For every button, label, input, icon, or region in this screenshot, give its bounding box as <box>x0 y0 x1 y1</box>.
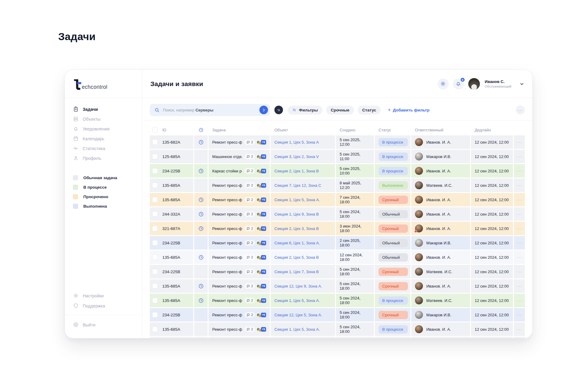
sidebar-item-settings[interactable]: Настройки <box>73 293 134 299</box>
column-header-deadline[interactable]: Дедлайн <box>471 128 513 132</box>
row-more-button[interactable]: ··· <box>514 135 525 149</box>
row-more-button[interactable]: ··· <box>514 222 525 235</box>
object-link[interactable]: Секция 1, Цех 5, Зона A. <box>271 294 335 307</box>
table-row[interactable]: 125-685A Машинное отделен… 2 +5 <box>150 150 525 163</box>
settings-button[interactable] <box>438 78 449 89</box>
row-checkbox[interactable] <box>152 139 158 145</box>
row-more-button[interactable]: ··· <box>514 236 525 250</box>
comments-badge[interactable]: 2 <box>244 154 255 159</box>
row-checkbox[interactable] <box>152 283 158 289</box>
assignees-stack[interactable]: +5 <box>257 284 266 289</box>
assignees-stack[interactable]: +5 <box>257 140 266 145</box>
table-row[interactable]: 135-685A Ремонт пресс-форм… 2 +5 <box>150 294 525 307</box>
user-avatar[interactable] <box>468 78 480 90</box>
object-link[interactable]: Секция 1, Цех 9, Зона B <box>271 207 335 221</box>
comments-badge[interactable]: 2 <box>244 283 255 289</box>
comments-badge[interactable]: 2 <box>244 254 255 260</box>
row-checkbox[interactable] <box>152 154 158 159</box>
object-link[interactable]: Секция 2, Цех 5, Зона B <box>271 251 335 264</box>
row-more-button[interactable]: ··· <box>514 294 525 307</box>
sidebar-item-calendar[interactable]: Календарь <box>73 136 134 141</box>
filter-chip[interactable]: Статус <box>358 106 381 115</box>
notifications-button[interactable]: 0 <box>453 78 464 89</box>
table-row[interactable]: 135-685A Ремонт пресс-форм… 2 +5 <box>150 279 525 293</box>
sidebar-item-profile[interactable]: Профиль <box>73 155 134 161</box>
sort-button[interactable] <box>274 106 283 114</box>
comments-badge[interactable]: 2 <box>244 183 255 188</box>
row-more-button[interactable]: ··· <box>514 322 525 336</box>
filter-chip[interactable]: Срочные <box>326 106 354 115</box>
assignees-stack[interactable]: +5 <box>257 240 266 246</box>
column-header-created[interactable]: Создано <box>336 128 374 132</box>
object-link[interactable]: Секция 2, Цех 1, Зона B <box>271 164 335 178</box>
object-link[interactable]: Секция 7, Цех 12, Зона C <box>271 179 335 192</box>
assignees-stack[interactable]: +5 <box>257 298 266 303</box>
table-row[interactable]: 234-225B Каркас стойки рефр… 2 +5 <box>150 164 525 178</box>
row-checkbox[interactable] <box>152 211 158 217</box>
assignees-stack[interactable]: +5 <box>257 312 266 318</box>
assignees-stack[interactable]: +5 <box>257 154 266 159</box>
table-row[interactable]: 234-225B Ремонт пресс-форм… 2 +5 <box>150 265 525 278</box>
column-header-object[interactable]: Объект <box>271 128 335 132</box>
row-checkbox[interactable] <box>152 269 158 274</box>
table-row[interactable]: 321-687A Ремонт пресс-форм… 2 +5 <box>150 222 525 235</box>
row-more-button[interactable]: ··· <box>514 308 525 322</box>
select-all-checkbox[interactable] <box>152 127 158 133</box>
sidebar-item-objects[interactable]: Объекты <box>73 116 134 122</box>
comments-badge[interactable]: 2 <box>244 240 255 246</box>
row-checkbox[interactable] <box>152 168 158 174</box>
row-more-button[interactable]: ··· <box>514 207 525 221</box>
comments-badge[interactable]: 2 <box>244 168 255 174</box>
assignees-stack[interactable]: +5 <box>257 226 266 231</box>
comments-badge[interactable]: 2 <box>244 269 255 274</box>
column-header-task[interactable]: Задача <box>209 128 270 132</box>
table-row[interactable]: 135-682A Ремонт пресс-форм… 2 +5 <box>150 135 525 149</box>
table-row[interactable]: 234-225B Ремонт пресс-форм… 2 +5 <box>150 236 525 250</box>
row-checkbox[interactable] <box>152 240 158 246</box>
search-input[interactable]: Поиск, например Серверы <box>150 104 270 116</box>
object-link[interactable]: Секция 6, Цех 1, Зона A. <box>271 236 335 250</box>
add-filter-button[interactable]: + Добавить фильтр <box>388 107 429 112</box>
row-more-button[interactable]: ··· <box>514 164 525 178</box>
object-link[interactable]: Секция 2, Цех 3, Зона B <box>271 222 335 235</box>
row-checkbox[interactable] <box>152 298 158 303</box>
assignees-stack[interactable]: +5 <box>257 255 266 260</box>
table-row[interactable]: 135-685A Ремонт пресс-форм… 2 +5 <box>150 251 525 264</box>
assignees-stack[interactable]: +5 <box>257 168 266 174</box>
comments-badge[interactable]: 2 <box>244 139 255 145</box>
sidebar-item-statistics[interactable]: Статистика <box>73 145 134 151</box>
comments-badge[interactable]: 2 <box>244 312 255 318</box>
column-header-id[interactable]: ID <box>162 128 166 132</box>
assignees-stack[interactable]: +5 <box>257 212 266 217</box>
column-header-responsible[interactable]: Ответственный <box>411 128 470 132</box>
row-checkbox[interactable] <box>152 312 158 318</box>
row-more-button[interactable]: ··· <box>514 279 525 293</box>
row-more-button[interactable]: ··· <box>514 251 525 264</box>
toolbar-more-button[interactable]: ... <box>516 105 525 115</box>
search-submit-button[interactable] <box>259 106 268 114</box>
table-row[interactable]: 135-685A Ремонт пресс-форм… 2 +5 <box>150 193 525 206</box>
row-more-button[interactable]: ··· <box>514 193 525 206</box>
comments-badge[interactable]: 2 <box>244 197 255 202</box>
sidebar-item-logout[interactable]: Выйти <box>73 322 134 328</box>
comments-badge[interactable]: 2 <box>244 326 255 332</box>
row-more-button[interactable]: ··· <box>514 179 525 192</box>
assignees-stack[interactable]: +5 <box>257 183 266 188</box>
object-link[interactable]: Секция 12, Цех 9, Зона A. <box>271 279 335 293</box>
table-row[interactable]: 135-685A Ремонт пресс-форм… 2 +5 <box>150 179 525 192</box>
assignees-stack[interactable]: +5 <box>257 269 266 274</box>
row-checkbox[interactable] <box>152 226 158 231</box>
table-row[interactable]: 234-225B Ремонт пресс-форм… 2 +5 <box>150 308 525 322</box>
row-more-button[interactable]: ··· <box>514 150 525 163</box>
row-checkbox[interactable] <box>152 183 158 188</box>
object-link[interactable]: Секция 1, Цех 5, Зона A <box>271 135 335 149</box>
sidebar-item-support[interactable]: Поддержка <box>73 303 134 309</box>
sidebar-item-notifications[interactable]: Уведомления <box>73 126 134 132</box>
object-link[interactable]: Секция 1, Цех 5, Зона A. <box>271 322 335 336</box>
row-more-button[interactable]: ··· <box>514 265 525 278</box>
object-link[interactable]: Секция 1, Цех 7, Зона B <box>271 265 335 278</box>
column-header-overdue[interactable] <box>194 127 208 133</box>
assignees-stack[interactable]: +5 <box>257 327 266 332</box>
sidebar-item-tasks[interactable]: Задачи <box>73 106 134 112</box>
table-row[interactable]: 135-685A Ремонт пресс-форм… 2 +5 <box>150 322 525 336</box>
